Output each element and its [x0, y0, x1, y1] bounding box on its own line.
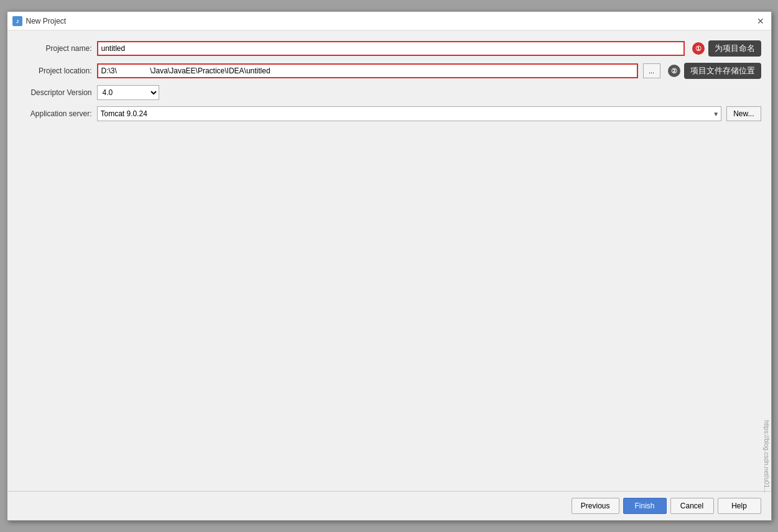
project-name-row: Project name: ① 为项目命名	[17, 40, 761, 57]
step2-circle: ②	[668, 65, 680, 77]
project-location-label: Project location:	[17, 66, 92, 75]
descriptor-version-label: Descriptor Version	[17, 88, 92, 97]
svg-text:J: J	[16, 19, 19, 24]
browse-button[interactable]: ...	[643, 63, 660, 78]
cancel-button[interactable]: Cancel	[670, 498, 714, 514]
previous-button[interactable]: Previous	[572, 498, 619, 514]
dialog-icon: J	[12, 16, 22, 26]
annotation-step1: ① 为项目命名	[692, 40, 761, 57]
new-server-button[interactable]: New...	[726, 106, 761, 121]
finish-button[interactable]: Finish	[623, 498, 667, 514]
dialog-title: New Project	[26, 17, 755, 25]
application-server-select[interactable]: Tomcat 9.0.24	[97, 106, 722, 121]
project-location-row: Project location: ... ② 项目文件存储位置	[17, 63, 761, 79]
annotation-step2: ② 项目文件存储位置	[668, 63, 761, 79]
application-server-label: Application server:	[17, 109, 92, 118]
watermark: https://blog.csdn.net/u01...	[762, 418, 771, 495]
dialog-content: Project name: ① 为项目命名 Project location: …	[7, 30, 771, 491]
project-name-input[interactable]	[97, 41, 685, 56]
project-location-input[interactable]	[97, 63, 638, 78]
bottom-bar: Previous Finish Cancel Help	[7, 491, 771, 520]
step2-tooltip: 项目文件存储位置	[684, 63, 761, 79]
step1-tooltip: 为项目命名	[708, 40, 761, 57]
descriptor-version-select[interactable]: 4.0 3.1 3.0 2.5	[97, 85, 159, 100]
close-button[interactable]: ✕	[755, 16, 766, 27]
descriptor-version-select-wrapper: 4.0 3.1 3.0 2.5	[97, 85, 159, 100]
new-project-dialog: J New Project ✕ Project name: ① 为项目命名 Pr…	[7, 11, 772, 521]
application-server-select-wrapper: Tomcat 9.0.24 ▼	[97, 106, 722, 121]
descriptor-version-row: Descriptor Version 4.0 3.1 3.0 2.5	[17, 85, 761, 100]
help-button[interactable]: Help	[718, 498, 761, 514]
application-server-row: Application server: Tomcat 9.0.24 ▼ New.…	[17, 106, 761, 121]
title-bar: J New Project ✕	[7, 12, 771, 30]
step1-circle: ①	[692, 42, 705, 55]
project-name-label: Project name:	[17, 44, 92, 53]
